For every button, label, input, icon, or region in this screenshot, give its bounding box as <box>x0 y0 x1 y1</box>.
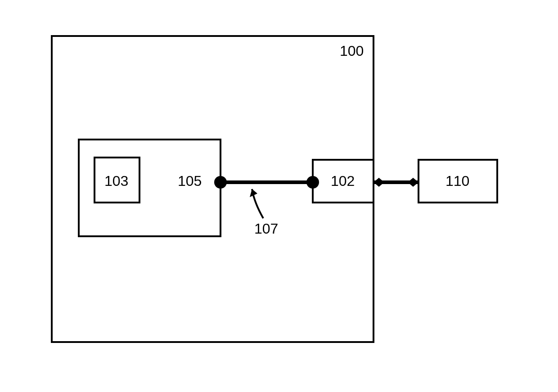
label-100: 100 <box>340 43 364 59</box>
label-102: 102 <box>331 173 355 189</box>
connector-107-endpoint-left <box>214 176 227 189</box>
label-105: 105 <box>178 173 202 189</box>
label-110: 110 <box>446 173 469 189</box>
block-diagram <box>0 0 558 392</box>
box-100 <box>52 36 374 342</box>
label-107: 107 <box>254 221 278 237</box>
connector-107-endpoint-right <box>306 176 319 189</box>
label-103: 103 <box>104 173 128 189</box>
connector-diamond-right <box>408 178 418 187</box>
connector-diamond-left <box>374 178 384 187</box>
